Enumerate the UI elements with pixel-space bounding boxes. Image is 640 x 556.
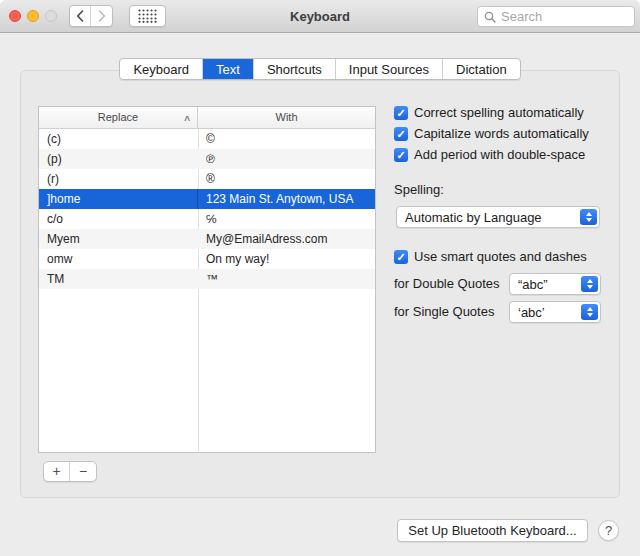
grid-icon	[138, 9, 157, 23]
column-header-replace-label: Replace	[98, 111, 138, 123]
checkbox-label: Correct spelling automatically	[414, 105, 584, 120]
double-quotes-label: for Double Quotes	[394, 276, 500, 291]
replacements-table-body: (c)©(p)℗(r)®]home123 Main St. Anytown, U…	[39, 129, 375, 452]
table-row[interactable]: c/o℅	[39, 209, 375, 229]
tab-dictation[interactable]: Dictation	[442, 59, 520, 79]
with-cell[interactable]: 123 Main St. Anytown, USA	[197, 189, 375, 209]
tab-text[interactable]: Text	[202, 59, 253, 79]
checkbox-row-correct[interactable]: ✓Correct spelling automatically	[394, 105, 584, 120]
table-row[interactable]: MyemMy@EmailAdress.com	[39, 229, 375, 249]
with-cell[interactable]: ™	[197, 269, 375, 289]
tab-bar: KeyboardTextShortcutsInput SourcesDictat…	[119, 58, 520, 80]
table-header: Replace ^ With	[39, 107, 375, 129]
with-cell[interactable]: ©	[197, 129, 375, 149]
with-cell[interactable]: ℗	[197, 149, 375, 169]
with-cell[interactable]: ℅	[197, 209, 375, 229]
remove-button[interactable]: −	[70, 462, 96, 481]
tab-bar-wrap: KeyboardTextShortcutsInput SourcesDictat…	[0, 58, 640, 80]
popup-stepper-icon	[581, 276, 598, 292]
smart-quotes-checkbox-row[interactable]: ✓ Use smart quotes and dashes	[394, 249, 587, 264]
checkbox-label: Add period with double-space	[414, 147, 585, 162]
add-remove-control: + −	[43, 461, 97, 482]
search-icon	[484, 11, 496, 23]
table-row[interactable]: ]home123 Main St. Anytown, USA	[39, 189, 375, 209]
single-quotes-label: for Single Quotes	[394, 304, 494, 319]
replace-cell[interactable]: (r)	[39, 169, 198, 189]
replace-cell[interactable]: Myem	[39, 229, 198, 249]
with-cell[interactable]: On my way!	[197, 249, 375, 269]
checkbox-checked-icon[interactable]: ✓	[394, 148, 408, 162]
spelling-popup-value: Automatic by Language	[397, 210, 599, 225]
column-header-replace[interactable]: Replace ^	[39, 107, 198, 128]
with-cell[interactable]: ®	[197, 169, 375, 189]
search-field[interactable]	[477, 6, 635, 27]
spelling-popup[interactable]: Automatic by Language	[396, 206, 600, 228]
forward-button[interactable]	[91, 6, 112, 26]
checkbox-checked-icon[interactable]: ✓	[394, 106, 408, 120]
show-all-button[interactable]	[129, 5, 166, 27]
replace-cell[interactable]: (c)	[39, 129, 198, 149]
chevron-left-icon	[76, 10, 84, 22]
replace-cell[interactable]: ]home	[39, 189, 198, 209]
with-cell[interactable]: My@EmailAdress.com	[197, 229, 375, 249]
table-row[interactable]: omwOn my way!	[39, 249, 375, 269]
table-row[interactable]: (r)®	[39, 169, 375, 189]
setup-bluetooth-keyboard-button[interactable]: Set Up Bluetooth Keyboard...	[397, 519, 588, 542]
tab-keyboard[interactable]: Keyboard	[120, 59, 202, 79]
checkbox-row-add[interactable]: ✓Add period with double-space	[394, 147, 585, 162]
replace-cell[interactable]: (p)	[39, 149, 198, 169]
double-quotes-popup[interactable]: “abc”	[509, 273, 601, 295]
tab-input-sources[interactable]: Input Sources	[335, 59, 442, 79]
checkbox-row-capitalize[interactable]: ✓Capitalize words automatically	[394, 126, 589, 141]
keyboard-preferences-window: Keyboard	[0, 0, 640, 556]
popup-stepper-icon	[581, 304, 598, 320]
column-header-with-label: With	[276, 111, 298, 123]
replace-cell[interactable]: omw	[39, 249, 198, 269]
table-row[interactable]: (p)℗	[39, 149, 375, 169]
replace-cell[interactable]: TM	[39, 269, 198, 289]
sort-ascending-icon: ^	[184, 110, 190, 131]
popup-stepper-icon	[580, 209, 597, 225]
search-input[interactable]	[501, 9, 628, 24]
back-button[interactable]	[70, 6, 91, 26]
help-button[interactable]: ?	[598, 520, 619, 541]
text-pane: Replace ^ With (c)©(p)℗(r)®]home123 Main…	[20, 70, 620, 498]
spelling-label: Spelling:	[394, 182, 444, 197]
table-row[interactable]: TM™	[39, 269, 375, 289]
chevron-right-icon	[98, 10, 106, 22]
single-quotes-popup[interactable]: ‘abc’	[509, 301, 601, 323]
checkbox-checked-icon[interactable]: ✓	[394, 127, 408, 141]
add-button[interactable]: +	[44, 462, 70, 481]
checkbox-checked-icon[interactable]: ✓	[394, 250, 408, 264]
column-header-with[interactable]: With	[198, 107, 375, 128]
replacements-table: Replace ^ With (c)©(p)℗(r)®]home123 Main…	[38, 106, 376, 453]
table-row[interactable]: (c)©	[39, 129, 375, 149]
tab-shortcuts[interactable]: Shortcuts	[253, 59, 335, 79]
replace-cell[interactable]: c/o	[39, 209, 198, 229]
nav-button-group	[69, 5, 113, 27]
checkbox-label: Capitalize words automatically	[414, 126, 589, 141]
smart-quotes-label: Use smart quotes and dashes	[414, 249, 587, 264]
title-bar: Keyboard	[0, 0, 640, 33]
